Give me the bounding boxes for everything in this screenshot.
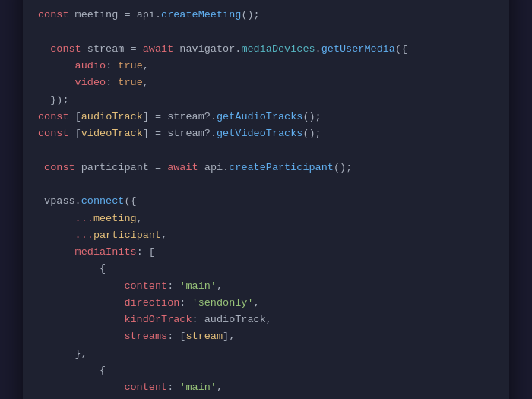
code-line-21: }, <box>38 346 494 363</box>
code-editor: const meeting = api.createMeeting(); con… <box>23 0 509 399</box>
code-line-7: const [audioTrack] = stream?.getAudioTra… <box>38 109 494 125</box>
code-line-2 <box>38 24 494 41</box>
code-window: const meeting = api.createMeeting(); con… <box>23 0 509 399</box>
code-line-14: ...participant, <box>38 227 494 244</box>
code-line-5: video: true, <box>38 74 494 91</box>
code-line-20: streams: [stream], <box>38 328 494 345</box>
code-line-16: { <box>38 261 494 277</box>
code-line-8: const [videoTrack] = stream?.getVideoTra… <box>38 125 494 142</box>
code-line-1: const meeting = api.createMeeting(); <box>38 7 494 24</box>
code-line-22: { <box>38 363 494 379</box>
code-line-19: kindOrTrack: audioTrack, <box>38 312 494 328</box>
code-line-23: content: 'main', <box>38 379 494 396</box>
code-line-3: const stream = await navigator.mediaDevi… <box>38 41 494 58</box>
code-line-12: vpass.connect({ <box>38 193 494 210</box>
code-line-18: direction: 'sendonly', <box>38 295 494 312</box>
code-line-10: const participant = await api.createPart… <box>38 160 494 176</box>
code-line-13: ...meeting, <box>38 211 494 227</box>
code-line-9 <box>38 142 494 159</box>
code-line-11 <box>38 176 494 193</box>
code-line-4: audio: true, <box>38 58 494 74</box>
code-line-6: }); <box>38 92 494 109</box>
code-line-24: directi <box>38 396 494 399</box>
code-line-15: mediaInits: [ <box>38 244 494 261</box>
code-line-17: content: 'main', <box>38 278 494 295</box>
